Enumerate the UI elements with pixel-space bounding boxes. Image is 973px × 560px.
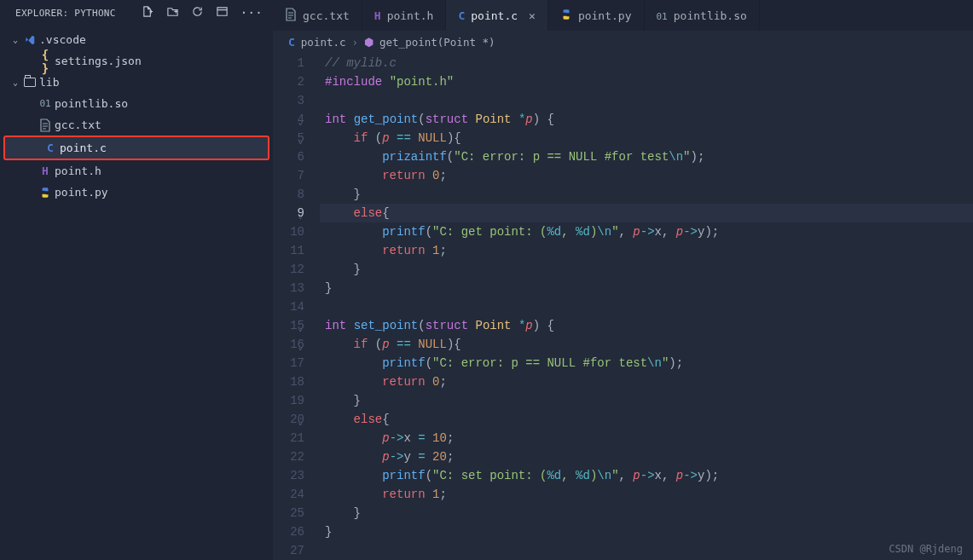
tab-label: point.c (471, 9, 518, 22)
code-line[interactable] (320, 297, 973, 316)
chevron-icon[interactable]: ⌄ (10, 35, 20, 44)
code-line[interactable]: int set_point(struct Point *p) { (320, 316, 973, 335)
tree-item-label: lib (39, 76, 59, 89)
tree-item-label: point.py (55, 186, 108, 199)
code-line[interactable]: p->x = 10; (320, 429, 973, 447)
code-line[interactable]: } (320, 504, 973, 522)
code-line[interactable]: } (320, 391, 973, 410)
code-line[interactable]: printf("C: set point: (%d, %d)\n", p->x,… (320, 466, 973, 485)
sidebar: EXPLORER: PYTHONC ··· ⌄.vscode{ }setting… (0, 0, 273, 560)
tab-label: pointlib.so (674, 9, 747, 22)
code-line[interactable]: return 0; (320, 166, 973, 185)
chevron-icon[interactable]: ⌄ (10, 78, 20, 87)
file-icon (36, 118, 55, 132)
tree-item-point-c[interactable]: Cpoint.c (5, 137, 268, 159)
file-icon (285, 8, 297, 24)
tree-item-label: point.c (60, 141, 107, 154)
tree-item-lib[interactable]: ⌄lib (0, 72, 273, 93)
main-area: gcc.txtHpoint.hCpoint.c✕point.py01pointl… (273, 0, 973, 560)
file-icon (36, 187, 55, 199)
code-line[interactable]: #include "point.h" (320, 72, 973, 91)
tree-item-gcc-txt[interactable]: gcc.txt (0, 114, 273, 136)
code-line[interactable]: } (320, 185, 973, 204)
new-folder-icon[interactable] (166, 5, 179, 20)
line-gutter: 1234⌄5⌄6789⌄101112131415⌄16⌄17181920⌄212… (273, 54, 320, 560)
tree-item-point-py[interactable]: point.py (0, 182, 273, 203)
tree-item-label: settings.json (55, 55, 142, 67)
code-line[interactable]: printf("C: error: p == NULL #for test\n"… (320, 354, 973, 372)
code-line[interactable] (320, 91, 973, 110)
code-line[interactable]: p->y = 20; (320, 447, 973, 466)
chevron-right-icon: › (352, 36, 359, 49)
breadcrumb[interactable]: C point.c › ⬢ get_point(Point *) (273, 31, 973, 54)
more-icon[interactable]: ··· (240, 6, 263, 20)
file-icon: 01 (36, 98, 55, 109)
code-line[interactable]: else{ (320, 204, 973, 222)
tab-label: point.h (387, 9, 434, 22)
code-line[interactable]: } (320, 279, 973, 297)
code-line[interactable]: if (p == NULL){ (320, 129, 973, 147)
file-icon: H (36, 165, 55, 177)
tree-item-point-h[interactable]: Hpoint.h (0, 160, 273, 182)
code-line[interactable]: if (p == NULL){ (320, 335, 973, 354)
file-icon: C (458, 9, 465, 22)
explorer-header: EXPLORER: PYTHONC ··· (0, 0, 273, 27)
file-icon (20, 78, 39, 87)
tree-item-settings-json[interactable]: { }settings.json (0, 50, 273, 72)
code-line[interactable]: printf("C: get point: (%d, %d)\n", p->x,… (320, 222, 973, 241)
code-line[interactable]: } (320, 522, 973, 541)
breadcrumb-file[interactable]: point.c (301, 36, 346, 49)
code-line[interactable]: // mylib.c (320, 54, 973, 72)
file-icon: C (41, 141, 60, 154)
code-line[interactable]: int get_point(struct Point *p) { (320, 110, 973, 129)
collapse-icon[interactable] (216, 5, 229, 20)
code-line[interactable]: } (320, 260, 973, 279)
code-area[interactable]: // mylib.c#include "point.h" int get_poi… (320, 54, 973, 560)
tree-item-pointlib-so[interactable]: 01pointlib.so (0, 93, 273, 114)
code-line[interactable]: return 1; (320, 241, 973, 260)
close-icon[interactable]: ✕ (529, 9, 536, 22)
tree-item-label: .vscode (39, 33, 86, 46)
explorer-title: EXPLORER: PYTHONC (15, 8, 116, 19)
code-line[interactable]: return 0; (320, 372, 973, 391)
tab-pointlib-so[interactable]: 01pointlib.so (645, 0, 760, 31)
refresh-icon[interactable] (191, 5, 204, 20)
tab-point-py[interactable]: point.py (548, 0, 645, 31)
code-line[interactable]: else{ (320, 410, 973, 429)
file-icon: { } (36, 48, 55, 75)
code-line[interactable] (320, 541, 973, 560)
tab-label: gcc.txt (303, 9, 350, 22)
file-tree: ⌄.vscode{ }settings.json⌄lib01pointlib.s… (0, 27, 273, 205)
tree-item-label: pointlib.so (55, 97, 128, 110)
code-line[interactable]: prizaintf("C: error: p == NULL #for test… (320, 147, 973, 166)
watermark: CSDN @Rjdeng (889, 543, 963, 555)
code-line[interactable]: return 1; (320, 485, 973, 504)
breadcrumb-file-icon: C (288, 36, 295, 49)
code-editor[interactable]: 1234⌄5⌄6789⌄101112131415⌄16⌄17181920⌄212… (273, 54, 973, 560)
file-icon (560, 9, 572, 23)
file-icon: 01 (657, 9, 668, 22)
tab-label: point.py (578, 9, 632, 22)
tab-gcc-txt[interactable]: gcc.txt (273, 0, 362, 31)
tree-item-label: gcc.txt (55, 118, 101, 131)
new-file-icon[interactable] (142, 5, 154, 20)
editor-tabs: gcc.txtHpoint.hCpoint.c✕point.py01pointl… (273, 0, 973, 31)
tab-point-h[interactable]: Hpoint.h (362, 0, 447, 31)
file-icon: H (374, 9, 381, 22)
cube-icon: ⬢ (364, 36, 374, 49)
tree-item-label: point.h (55, 165, 101, 177)
file-icon (20, 34, 39, 46)
tab-point-c[interactable]: Cpoint.c✕ (446, 0, 547, 31)
breadcrumb-symbol[interactable]: get_point(Point *) (379, 36, 495, 49)
